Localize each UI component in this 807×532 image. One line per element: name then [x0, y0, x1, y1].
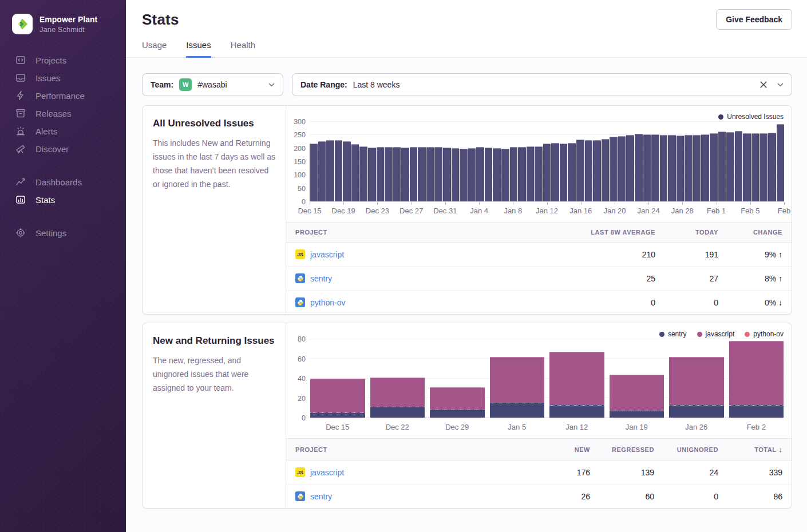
sidebar-item-discover[interactable]: Discover [15, 142, 126, 155]
total-value: 86 [727, 485, 792, 509]
legend-label: javascript [706, 330, 735, 338]
x-tick-label: Jan 5 [490, 421, 545, 431]
project-link[interactable]: python-ov [310, 298, 345, 307]
javascript-segment [370, 378, 425, 407]
y-tick-label: 100 [294, 171, 306, 179]
clear-icon[interactable] [760, 81, 767, 88]
javascript-segment [549, 352, 604, 404]
regressed-value: 60 [599, 485, 663, 509]
javascript-segment [310, 379, 365, 413]
sidebar-item-performance[interactable]: Performance [15, 89, 126, 102]
unresolved-bar [618, 136, 626, 201]
sidebar-item-stats[interactable]: Stats [15, 193, 126, 206]
project-cell: sentry [295, 491, 526, 501]
chevron-down-icon[interactable] [268, 83, 275, 87]
project-link[interactable]: sentry [310, 274, 332, 283]
user-name: Jane Schmidt [39, 25, 97, 34]
unresolved-bar [326, 140, 334, 201]
unresolved-bar [443, 148, 451, 201]
javascript-segment [669, 357, 724, 405]
project-link[interactable]: javascript [310, 468, 344, 477]
sidebar-item-projects[interactable]: Projects [15, 54, 126, 66]
unresolved-bar [418, 147, 426, 201]
col-regressed: Regressed [599, 439, 663, 460]
x-tick-label: Feb [778, 207, 790, 215]
nav-section-gap [15, 211, 126, 227]
sidebar-item-label: Settings [35, 228, 66, 238]
table-row: JS javascript 210 191 9% ↑ [286, 243, 792, 267]
org-logo [12, 14, 33, 34]
stacked-bar [610, 339, 664, 418]
sidebar-item-settings[interactable]: Settings [15, 227, 126, 239]
panel-description: This includes New and Returning issues i… [153, 136, 275, 191]
x-tick-label: Dec 19 [332, 207, 355, 215]
empower-plant-logo-icon [16, 18, 29, 30]
unresolved-bar [635, 134, 643, 201]
project-link[interactable]: sentry [310, 492, 332, 501]
legend-label: python-ov [753, 330, 784, 338]
today-value: 191 [664, 243, 727, 267]
bar-stack [729, 339, 784, 418]
sidebar: Empower Plant Jane Schmidt Projects Issu… [0, 0, 126, 532]
table-row: JS javascript 176 139 24 339 [286, 460, 792, 485]
sidebar-item-releases[interactable]: Releases [15, 107, 126, 120]
x-tick-label: Dec 27 [399, 207, 423, 215]
python-platform-icon [295, 297, 305, 307]
col-total-sort[interactable]: Total ↓ [727, 439, 792, 460]
stacked-bar [669, 339, 724, 418]
unresolved-bar [434, 147, 442, 201]
sentry-segment [310, 412, 365, 418]
org-header[interactable]: Empower Plant Jane Schmidt [0, 0, 126, 34]
sidebar-item-issues[interactable]: Issues [15, 72, 126, 84]
issues-icon [15, 73, 26, 83]
org-user-block: Empower Plant Jane Schmidt [39, 14, 97, 34]
change-value: 8% ↑ [727, 267, 792, 291]
stacked-bar [370, 339, 425, 418]
x-tick [310, 202, 310, 205]
y-tick-label: 200 [294, 145, 306, 153]
unresolved-bar [777, 124, 785, 201]
sentry-segment [490, 403, 545, 418]
unresolved-bar [701, 134, 709, 201]
y-tick-label: 250 [294, 131, 306, 139]
x-tick [479, 202, 480, 205]
unresolved-bar [368, 148, 376, 201]
bar-stack [310, 339, 365, 418]
javascript-platform-icon: JS [295, 249, 305, 259]
legend-item-unresolved[interactable]: Unresolved Issues [718, 113, 784, 121]
sidebar-item-alerts[interactable]: Alerts [15, 125, 126, 137]
sidebar-item-dashboards[interactable]: Dashboards [15, 176, 126, 188]
table-row: sentry 26 60 0 86 [286, 485, 792, 509]
unresolved-bar [359, 146, 367, 201]
projects-icon [15, 55, 26, 65]
legend-item-python-ov[interactable]: python-ov [745, 330, 784, 338]
col-change: Change [727, 223, 792, 243]
x-tick [581, 202, 581, 205]
chevron-down-icon[interactable] [777, 83, 784, 87]
date-range-label: Date Range: [300, 80, 347, 89]
x-tick-label: Dec 23 [366, 207, 389, 215]
y-axis: 050100150200250300 [291, 122, 310, 202]
tab-health[interactable]: Health [231, 40, 255, 58]
project-link[interactable]: javascript [310, 250, 344, 259]
date-range-select[interactable]: Date Range: Last 8 weeks [292, 73, 792, 96]
legend-item-javascript[interactable]: javascript [697, 330, 735, 338]
unresolved-bar [393, 147, 401, 201]
tab-usage[interactable]: Usage [142, 40, 167, 58]
average-value: 210 [573, 243, 664, 267]
chart-legend: Unresolved Issues [286, 110, 792, 122]
siren-icon [15, 126, 26, 136]
gear-icon [15, 228, 26, 238]
tab-issues[interactable]: Issues [186, 40, 211, 58]
new-value: 176 [535, 460, 599, 485]
y-tick-label: 0 [302, 414, 306, 422]
legend-item-sentry[interactable]: sentry [659, 330, 687, 338]
unresolved-bar [335, 140, 343, 201]
unresolved-bar [310, 144, 318, 201]
x-tick [750, 202, 751, 205]
team-select[interactable]: Team: W #wasabi [142, 73, 283, 96]
unresolved-bar [501, 149, 509, 201]
x-tick [784, 202, 785, 205]
unresolved-bar [751, 133, 759, 201]
give-feedback-button[interactable]: Give Feedback [716, 9, 792, 30]
